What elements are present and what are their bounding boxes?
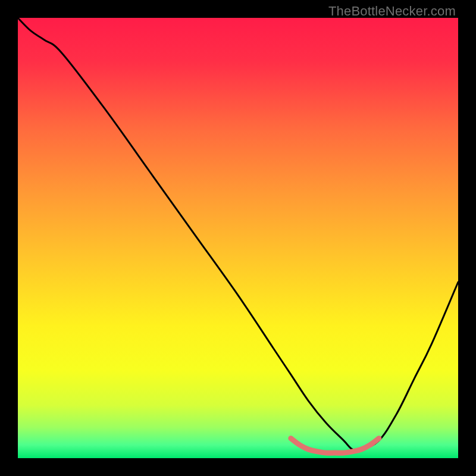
chart-plot (18, 18, 458, 458)
sweet-spot-path (291, 439, 379, 453)
watermark-text: TheBottleNecker.com (328, 4, 456, 19)
bottleneck-curve-path (18, 18, 458, 450)
chart-frame (18, 18, 458, 458)
